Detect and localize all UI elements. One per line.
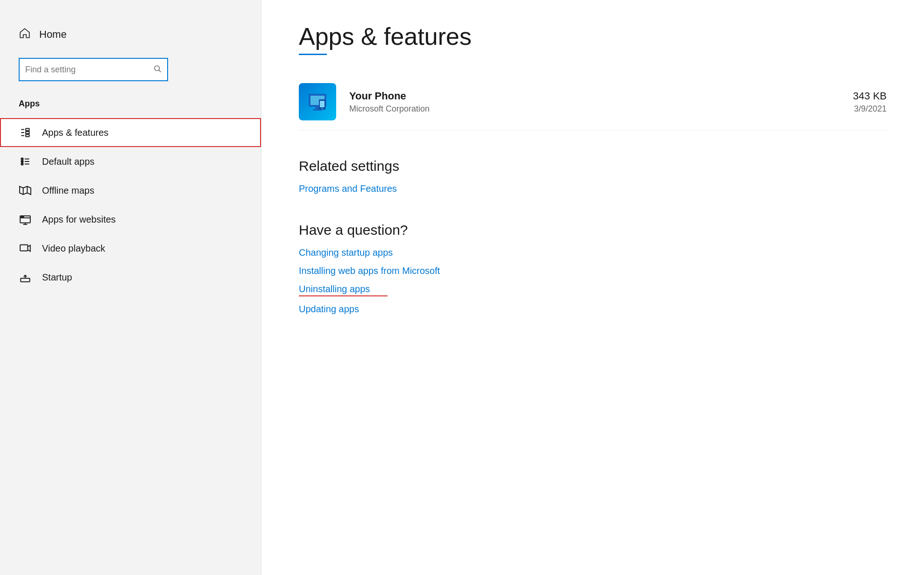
changing-startup-apps-link[interactable]: Changing startup apps: [299, 247, 887, 258]
title-underline: [299, 54, 327, 55]
search-container: [0, 50, 261, 89]
programs-and-features-link[interactable]: Programs and Features: [299, 183, 887, 194]
installing-web-apps-link[interactable]: Installing web apps from Microsoft: [299, 266, 887, 276]
sidebar-item-apps-for-websites-label: Apps for websites: [42, 214, 116, 225]
svg-marker-17: [20, 186, 31, 194]
apps-websites-icon: [19, 213, 32, 225]
svg-rect-26: [20, 245, 28, 251]
sidebar-item-apps-features-label: Apps & features: [42, 127, 108, 138]
sidebar-item-apps-for-websites[interactable]: Apps for websites: [0, 205, 261, 234]
question-links: Changing startup apps Installing web app…: [299, 247, 887, 315]
app-icon-your-phone: [299, 83, 336, 120]
search-icon: [153, 64, 162, 75]
sidebar-item-startup-label: Startup: [42, 272, 72, 283]
have-a-question-heading: Have a question?: [299, 222, 887, 238]
app-entry-your-phone[interactable]: Your Phone Microsoft Corporation 343 KB …: [299, 74, 887, 130]
startup-icon: [19, 271, 32, 283]
sidebar-item-default-apps-label: Default apps: [42, 156, 94, 167]
svg-rect-3: [26, 128, 29, 130]
main-content: Apps & features Your Phone Microsoft Cor…: [261, 0, 924, 575]
app-info-your-phone: Your Phone Microsoft Corporation: [349, 90, 840, 114]
svg-rect-27: [21, 278, 30, 282]
svg-rect-34: [320, 101, 324, 107]
svg-line-1: [159, 70, 161, 72]
svg-rect-7: [26, 134, 29, 136]
home-icon: [19, 27, 31, 42]
red-underline-decoration: [299, 295, 388, 296]
svg-point-24: [21, 217, 22, 217]
app-date: 3/9/2021: [853, 104, 887, 114]
sidebar-item-video-playback[interactable]: Video playback: [0, 234, 261, 263]
sidebar-item-startup[interactable]: Startup: [0, 263, 261, 292]
sidebar-section-title: Apps: [0, 94, 261, 118]
sidebar: Home Apps Apps & f: [0, 0, 261, 575]
sidebar-item-video-playback-label: Video playback: [42, 243, 105, 254]
uninstalling-apps-link[interactable]: Uninstalling apps: [299, 284, 370, 294]
page-title: Apps & features: [299, 23, 887, 50]
app-publisher: Microsoft Corporation: [349, 104, 840, 114]
svg-point-0: [155, 66, 160, 71]
sidebar-item-offline-maps-label: Offline maps: [42, 185, 94, 196]
video-playback-icon: [19, 242, 32, 254]
default-apps-icon: [19, 155, 32, 168]
home-label: Home: [39, 28, 67, 41]
svg-point-25: [23, 217, 24, 217]
sidebar-item-default-apps[interactable]: Default apps: [0, 147, 261, 176]
app-size: 343 KB: [853, 90, 887, 102]
svg-point-35: [322, 108, 323, 110]
sidebar-item-apps-features[interactable]: Apps & features: [0, 118, 261, 147]
app-meta: 343 KB 3/9/2021: [853, 90, 887, 114]
search-input[interactable]: [25, 65, 149, 75]
search-box: [19, 58, 168, 81]
apps-features-icon: [19, 126, 32, 139]
svg-rect-5: [26, 132, 29, 133]
offline-maps-icon: [19, 184, 32, 196]
sidebar-item-home[interactable]: Home: [0, 19, 261, 50]
updating-apps-link[interactable]: Updating apps: [299, 304, 887, 315]
app-name: Your Phone: [349, 90, 840, 102]
sidebar-item-offline-maps[interactable]: Offline maps: [0, 176, 261, 205]
related-settings-heading: Related settings: [299, 158, 887, 174]
